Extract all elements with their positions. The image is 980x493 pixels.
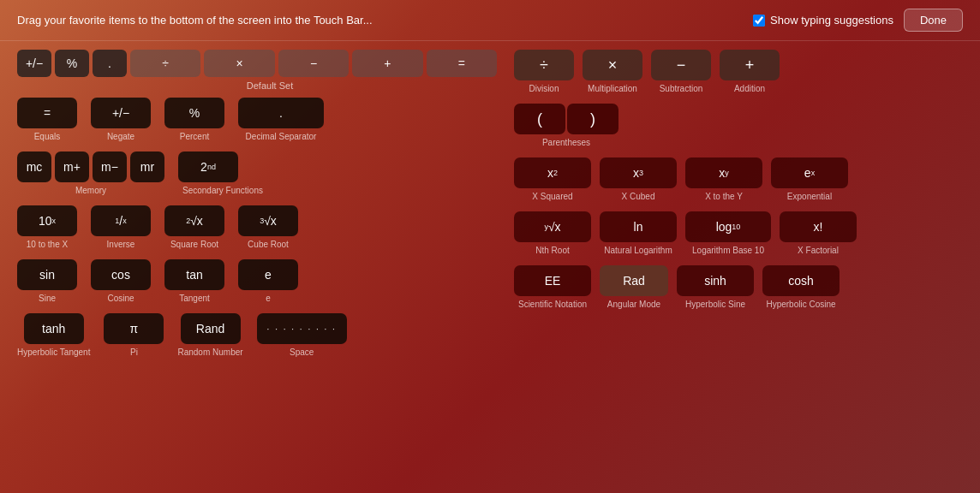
natural-log-item: ln Natural Logarithm	[600, 211, 677, 255]
sin-btn[interactable]: sin	[17, 259, 77, 290]
cbrt-label: Cube Root	[248, 240, 289, 249]
cbrt-btn[interactable]: 3√x	[238, 205, 298, 236]
header: Drag your favorite items to the bottom o…	[0, 0, 980, 41]
space-label: Space	[290, 347, 314, 357]
nth-root-item: y√x Nth Root	[514, 211, 591, 255]
equals-item: = Equals	[17, 98, 77, 141]
negate-btn[interactable]: +/−	[91, 98, 151, 128]
nth-root-label: Nth Root	[535, 246, 569, 255]
equals-label: Equals	[34, 132, 61, 141]
percent-btn[interactable]: %	[164, 98, 224, 128]
percent-label: Percent	[180, 132, 209, 141]
inverse-item: 1/x Inverse	[91, 205, 151, 249]
ten-x-item: 10x 10 to the X	[17, 205, 77, 249]
pi-btn[interactable]: π	[104, 313, 164, 344]
addition-label: Addition	[734, 84, 765, 93]
right-row-sci: EE Scientific Notation Rad Angular Mode …	[514, 265, 963, 309]
tanh-item: tanh Hyperbolic Tangent	[17, 313, 90, 357]
inverse-label: Inverse	[107, 240, 135, 249]
factorial-item: x! X Factorial	[780, 211, 857, 255]
parentheses-label: Parentheses	[542, 138, 590, 147]
default-set-row: +/− % . ÷ × − + =	[17, 50, 497, 77]
show-suggestions-checkbox[interactable]	[753, 15, 765, 27]
equals-btn[interactable]: =	[17, 98, 77, 128]
done-button[interactable]: Done	[904, 9, 963, 32]
decimal-item: . Decimal Separator	[238, 98, 324, 141]
exponential-label: Exponential	[787, 192, 832, 201]
mr-btn[interactable]: mr	[130, 151, 164, 182]
default-decimal-btn[interactable]: .	[93, 50, 127, 77]
default-divide-btn[interactable]: ÷	[130, 50, 200, 77]
factorial-label: X Factorial	[798, 246, 839, 255]
addition-item: + Addition	[720, 50, 780, 93]
negate-item: +/− Negate	[91, 98, 151, 141]
default-add-btn[interactable]: +	[352, 50, 422, 77]
sci-notation-btn[interactable]: EE	[514, 265, 591, 296]
space-item: · · · · · · · · · Space	[257, 313, 347, 357]
log10-btn[interactable]: log10	[685, 211, 771, 242]
x-to-y-item: xy X to the Y	[685, 157, 762, 201]
ten-x-btn[interactable]: 10x	[17, 205, 77, 236]
division-label: Division	[529, 84, 559, 93]
percent-item: % Percent	[164, 98, 224, 141]
row-powers: 10x 10 to the X 1/x Inverse 2√x Square R…	[17, 205, 497, 249]
right-row-logs: y√x Nth Root ln Natural Logarithm log10 …	[514, 211, 963, 255]
drag-instruction: Drag your favorite items to the bottom o…	[17, 14, 373, 27]
default-multiply-btn[interactable]: ×	[204, 50, 274, 77]
natural-log-btn[interactable]: ln	[600, 211, 677, 242]
pi-label: Pi	[130, 347, 138, 357]
angular-mode-btn[interactable]: Rad	[600, 265, 668, 296]
row-memory: mc m+ m− mr Memory 2nd Secondary Functio…	[17, 151, 497, 195]
exponential-btn[interactable]: ex	[771, 157, 848, 188]
right-paren-btn[interactable]: )	[567, 104, 618, 134]
default-set-container: +/− % . ÷ × − + = Default Set	[17, 50, 497, 91]
rand-item: Rand Random Number	[177, 313, 242, 357]
inverse-btn[interactable]: 1/x	[91, 205, 151, 236]
default-subtract-btn[interactable]: −	[278, 50, 349, 77]
space-btn[interactable]: · · · · · · · · ·	[257, 313, 347, 344]
tanh-btn[interactable]: tanh	[24, 313, 84, 344]
cos-item: cos Cosine	[91, 259, 151, 303]
tan-btn[interactable]: tan	[164, 259, 224, 290]
multiplication-btn[interactable]: ×	[583, 50, 642, 80]
e-label: e	[266, 294, 271, 303]
cosh-item: cosh Hyperbolic Cosine	[762, 265, 840, 309]
left-panel: +/− % . ÷ × − + = Default Set = Equals +…	[17, 50, 497, 367]
tan-item: tan Tangent	[164, 259, 224, 303]
cos-btn[interactable]: cos	[91, 259, 151, 290]
secondary-btn[interactable]: 2nd	[178, 151, 238, 182]
subtraction-item: − Subtraction	[651, 50, 711, 93]
right-row-parens: ( ) Parentheses	[514, 104, 963, 147]
mc-btn[interactable]: mc	[17, 151, 51, 182]
sqrt-item: 2√x Square Root	[164, 205, 224, 249]
cbrt-item: 3√x Cube Root	[238, 205, 298, 249]
default-negate-btn[interactable]: +/−	[17, 50, 51, 77]
secondary-item: 2nd Secondary Functions	[178, 151, 238, 195]
e-btn[interactable]: e	[238, 259, 298, 290]
rand-btn[interactable]: Rand	[181, 313, 241, 344]
e-item: e e	[238, 259, 298, 303]
cosh-btn[interactable]: cosh	[762, 265, 840, 296]
sqrt-btn[interactable]: 2√x	[164, 205, 224, 236]
sinh-label: Hyperbolic Sine	[685, 300, 745, 309]
default-percent-btn[interactable]: %	[55, 50, 89, 77]
addition-btn[interactable]: +	[720, 50, 780, 80]
default-equals-btn[interactable]: =	[427, 50, 497, 77]
x-to-y-btn[interactable]: xy	[685, 157, 762, 188]
mminus-btn[interactable]: m−	[93, 151, 127, 182]
mplus-btn[interactable]: m+	[55, 151, 89, 182]
x-squared-item: x2 X Squared	[514, 157, 591, 201]
nth-root-btn[interactable]: y√x	[514, 211, 591, 242]
sqrt-label: Square Root	[170, 240, 218, 249]
row-trig: sin Sine cos Cosine tan Tangent e e	[17, 259, 497, 303]
factorial-btn[interactable]: x!	[780, 211, 857, 242]
x-cubed-btn[interactable]: x3	[600, 157, 677, 188]
ten-x-label: 10 to the X	[27, 240, 68, 249]
division-btn[interactable]: ÷	[514, 50, 574, 80]
x-squared-btn[interactable]: x2	[514, 157, 591, 188]
subtraction-btn[interactable]: −	[651, 50, 711, 80]
row-equals-negate: = Equals +/− Negate % Percent . Decimal …	[17, 98, 497, 141]
decimal-btn[interactable]: .	[238, 98, 324, 128]
sinh-btn[interactable]: sinh	[677, 265, 754, 296]
left-paren-btn[interactable]: (	[514, 104, 565, 134]
